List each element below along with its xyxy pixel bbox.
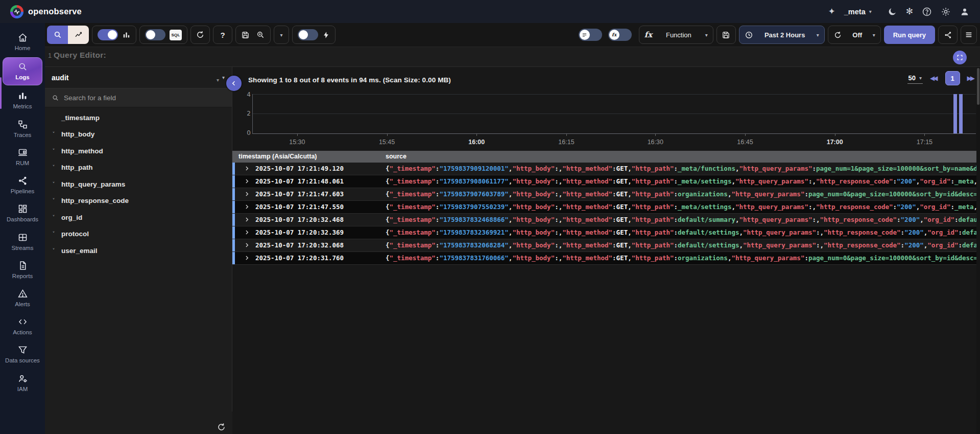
org-selector[interactable]: _meta ▾ — [844, 8, 872, 16]
chevron-expand-icon[interactable]: ˅ — [50, 165, 57, 170]
source-column-header[interactable]: source — [386, 153, 407, 160]
reset-filters-button[interactable] — [190, 26, 210, 44]
share-button[interactable] — [938, 26, 958, 44]
expand-row-icon[interactable] — [244, 217, 250, 222]
scrollbar-thumb[interactable] — [977, 68, 979, 105]
sidebar-item-pipelines[interactable]: Pipelines — [3, 171, 42, 199]
metrics-icon — [17, 90, 28, 101]
sidebar-item-home[interactable]: Home — [3, 28, 42, 56]
settings-gear-icon[interactable] — [941, 7, 951, 17]
collapse-triangle-icon[interactable]: ▾ — [217, 77, 219, 83]
sidebar-item-actions[interactable]: Actions — [3, 312, 42, 340]
realtime-toggle[interactable] — [298, 29, 318, 40]
query-help-button[interactable]: ? — [213, 26, 232, 44]
table-row[interactable]: 2025-10-07 17:20:32.369{"_timestamp":"17… — [232, 226, 980, 239]
histogram-bar[interactable] — [953, 94, 957, 133]
search-icon — [52, 94, 59, 102]
chevron-expand-icon[interactable]: ˅ — [50, 148, 57, 154]
prev-page-icon[interactable]: ◀◀ — [930, 75, 938, 82]
table-row[interactable]: 2025-10-07 17:20:31.760{"_timestamp":"17… — [232, 252, 980, 265]
table-row[interactable]: 2025-10-07 17:21:49.120{"_timestamp":"17… — [232, 163, 980, 175]
sidebar-item-streams[interactable]: Streams — [3, 228, 42, 256]
field-item-http_response_code[interactable]: ˅http_response_code — [45, 193, 232, 210]
histogram-toggle[interactable] — [98, 29, 118, 40]
stream-selector[interactable]: audit ▾ — [45, 67, 232, 88]
expand-row-icon[interactable] — [244, 166, 250, 171]
sidebar-item-logs[interactable]: Logs — [3, 57, 42, 85]
field-item-user_email[interactable]: ˅user_email — [45, 242, 232, 259]
sidebar-item-reports[interactable]: Reports — [3, 256, 42, 284]
function-dropdown[interactable]: fx Function ▾ — [639, 26, 713, 44]
chevron-expand-icon[interactable]: ˅ — [50, 181, 57, 187]
expand-row-icon[interactable] — [244, 230, 250, 235]
collapse-fields-button[interactable] — [226, 76, 242, 91]
row-timestamp: 2025-10-07 17:20:32.369 — [255, 229, 344, 236]
histogram-plot[interactable] — [252, 94, 976, 134]
sql-mode-toggle[interactable] — [145, 29, 165, 40]
chevron-expand-icon[interactable]: ˅ — [50, 248, 57, 254]
sidebar-item-rum[interactable]: RUM — [3, 143, 42, 171]
expand-editor-button[interactable] — [953, 51, 967, 64]
field-item-org_id[interactable]: ˅org_id — [45, 209, 232, 226]
user-profile-icon[interactable] — [960, 7, 970, 17]
dark-mode-moon-icon[interactable] — [888, 7, 897, 16]
chevron-expand-icon[interactable]: ˅ — [50, 198, 57, 203]
wrap-lines-toggle[interactable] — [579, 29, 602, 41]
table-row[interactable]: 2025-10-07 17:20:32.468{"_timestamp":"17… — [232, 214, 980, 226]
row-source: {"_timestamp":"1759837832468866","http_b… — [386, 216, 980, 223]
sidebar-item-data-sources[interactable]: Data sources — [3, 340, 42, 369]
table-row[interactable]: 2025-10-07 17:21:47.603{"_timestamp":"17… — [232, 188, 980, 201]
slack-icon[interactable]: ✻ — [906, 7, 913, 16]
refresh-fields-icon[interactable] — [217, 422, 226, 432]
chevron-expand-icon[interactable]: ˅ — [50, 131, 57, 137]
x-axis-tick-mark — [566, 134, 567, 136]
next-page-icon[interactable]: ▶▶ — [967, 75, 975, 82]
saved-views-dropdown-button[interactable]: ▾ — [274, 26, 289, 44]
sidebar-item-metrics[interactable]: Metrics — [3, 86, 42, 115]
sidebar-item-dashboards[interactable]: Dashboards — [3, 199, 42, 227]
auto-refresh-dropdown[interactable]: Off ▾ — [828, 26, 881, 44]
field-search-input[interactable]: Search for a field — [45, 88, 232, 107]
save-view-icon[interactable] — [241, 31, 250, 39]
sidebar-item-iam[interactable]: IAM — [3, 369, 42, 397]
expand-row-icon[interactable] — [244, 204, 250, 210]
expand-row-icon[interactable] — [244, 191, 250, 197]
results-scrollbar[interactable] — [976, 67, 980, 434]
sidebar-item-alerts[interactable]: Alerts — [3, 284, 42, 312]
help-icon[interactable] — [922, 7, 932, 17]
expand-row-icon[interactable] — [244, 178, 250, 184]
table-row[interactable]: 2025-10-07 17:21:47.550{"_timestamp":"17… — [232, 201, 980, 214]
run-query-button[interactable]: Run query — [884, 26, 935, 44]
table-row[interactable]: 2025-10-07 17:20:32.068{"_timestamp":"17… — [232, 239, 980, 252]
sidebar-item-traces[interactable]: Traces — [3, 115, 42, 143]
x-axis-tick-label: 16:30 — [648, 139, 663, 146]
visualize-mode-button[interactable] — [68, 26, 89, 44]
field-item-_timestamp[interactable]: _timestamp — [45, 109, 232, 126]
chevron-expand-icon[interactable]: ˅ — [50, 215, 57, 220]
save-function-button[interactable] — [716, 26, 736, 44]
expand-row-icon[interactable] — [244, 242, 250, 248]
expand-row-icon[interactable] — [244, 255, 250, 261]
field-item-protocol[interactable]: ˅protocol — [45, 226, 232, 243]
search-mode-button[interactable] — [47, 26, 68, 44]
page-size-select[interactable]: 50 ▾ — [907, 73, 923, 84]
time-range-dropdown[interactable]: Past 2 Hours ▾ — [739, 26, 825, 44]
histogram-bar[interactable] — [959, 94, 963, 133]
chevron-expand-icon[interactable]: ˅ — [50, 231, 57, 237]
sidebar-item-label: Traces — [14, 132, 32, 139]
table-row[interactable]: 2025-10-07 17:21:48.061{"_timestamp":"17… — [232, 175, 980, 188]
function-editor-toggle[interactable]: fx — [608, 29, 632, 41]
query-editor[interactable]: 1 Query Editor: — [45, 47, 980, 67]
field-item-http_method[interactable]: ˅http_method — [45, 143, 232, 159]
events-histogram[interactable]: 4 2 0 15:3015:4516:0016:1516:3016:4517:0… — [232, 93, 976, 151]
sparkle-icon[interactable]: ✦ — [828, 7, 835, 16]
timestamp-column-header[interactable]: timestamp (Asia/Calcutta) — [238, 153, 317, 160]
chevron-down-icon: ▾ — [222, 75, 225, 80]
iam-icon — [17, 373, 28, 384]
menu-button[interactable] — [961, 26, 977, 44]
field-item-http_body[interactable]: ˅http_body — [45, 126, 232, 143]
current-page-button[interactable]: 1 — [945, 71, 960, 85]
field-item-http_query_params[interactable]: ˅http_query_params — [45, 176, 232, 193]
field-item-http_path[interactable]: ˅http_path — [45, 159, 232, 176]
saved-searches-icon[interactable] — [256, 30, 265, 39]
